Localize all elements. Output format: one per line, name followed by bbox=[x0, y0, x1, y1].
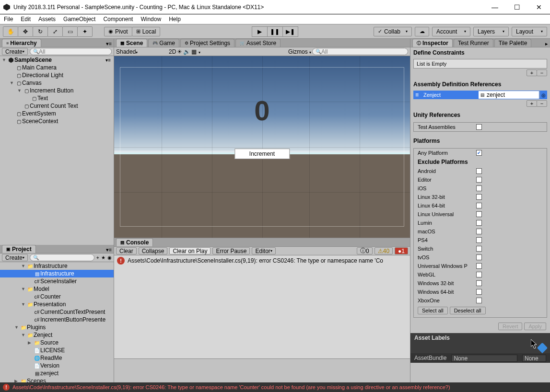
platform-row[interactable]: Lumin bbox=[414, 219, 547, 227]
console-error-pause[interactable]: Error Pause bbox=[212, 247, 250, 254]
tab-asset-store[interactable]: 🛒Asset Store bbox=[235, 39, 281, 47]
rect-tool[interactable]: ▭ bbox=[62, 26, 78, 37]
project-item[interactable]: c#SceneInstaller bbox=[0, 277, 114, 285]
project-options-icon[interactable]: ▾≡ bbox=[106, 247, 112, 253]
menu-help[interactable]: Help bbox=[169, 16, 181, 23]
cloud-button[interactable]: ☁ bbox=[415, 27, 429, 36]
scene-2d-toggle[interactable]: 2D bbox=[169, 48, 176, 55]
platform-check[interactable] bbox=[476, 254, 482, 260]
platform-check[interactable] bbox=[476, 194, 482, 200]
test-assemblies-row[interactable]: Test Assemblies bbox=[414, 123, 547, 131]
account-dropdown[interactable]: Account▾ bbox=[432, 27, 470, 36]
platform-row[interactable]: Windows 32-bit bbox=[414, 279, 547, 288]
project-item[interactable]: c#Counter bbox=[0, 293, 114, 300]
project-item[interactable]: ▼📁Presentation bbox=[0, 300, 114, 308]
project-item[interactable]: c#IncrementButtonPresente bbox=[0, 316, 114, 323]
hierarchy-options-icon[interactable]: ▾≡ bbox=[106, 41, 112, 47]
hierarchy-item[interactable]: ▢Directional Light bbox=[0, 71, 114, 79]
collab-dropdown[interactable]: ✓ Collab▾ bbox=[374, 27, 412, 36]
pivot-toggle[interactable]: ◉ Pivot bbox=[104, 27, 132, 36]
local-toggle[interactable]: ⊞ Local bbox=[132, 27, 161, 36]
asm-ref-picker-icon[interactable]: ◎ bbox=[539, 91, 547, 99]
hand-tool[interactable]: ✋ bbox=[3, 26, 18, 37]
hierarchy-item[interactable]: ▼▢Increment Button bbox=[0, 87, 114, 94]
platform-row[interactable]: PS4 bbox=[414, 236, 547, 244]
platform-check[interactable] bbox=[476, 298, 482, 303]
menu-gameobject[interactable]: GameObject bbox=[63, 16, 95, 23]
constraint-add-button[interactable]: + bbox=[527, 69, 537, 76]
transform-tool[interactable]: ✦ bbox=[77, 26, 93, 37]
asm-ref-field[interactable]: ▤zenject bbox=[479, 91, 539, 99]
platform-check[interactable] bbox=[476, 185, 482, 191]
select-all-button[interactable]: Select all bbox=[418, 307, 448, 314]
platform-row[interactable]: Universal Windows P bbox=[414, 262, 547, 270]
project-item[interactable]: ▤Infrastructure bbox=[0, 270, 114, 277]
platform-row[interactable]: WebGL bbox=[414, 270, 547, 279]
scene-light-icon[interactable]: ☀ bbox=[177, 48, 182, 55]
tab-test-runner[interactable]: Test Runner bbox=[454, 39, 493, 47]
project-item[interactable]: ▼📁Plugins bbox=[0, 323, 114, 331]
console-editor[interactable]: Editor ▾ bbox=[252, 247, 275, 254]
platform-check[interactable] bbox=[476, 229, 482, 234]
tab-project-settings[interactable]: ⚙Project Settings bbox=[180, 39, 234, 47]
platform-check[interactable] bbox=[476, 289, 482, 295]
hierarchy-item[interactable]: ▢EventSystem bbox=[0, 110, 114, 117]
rotate-tool[interactable]: ↻ bbox=[33, 26, 48, 37]
platform-row[interactable]: macOS bbox=[414, 227, 547, 236]
scale-tool[interactable]: ⤢ bbox=[47, 26, 63, 37]
platform-check[interactable] bbox=[476, 168, 482, 174]
tab-tile-palette[interactable]: Tile Palette bbox=[494, 39, 532, 47]
asm-ref-add-button[interactable]: + bbox=[527, 100, 537, 107]
hierarchy-search[interactable]: 🔍All bbox=[30, 48, 112, 55]
platform-row[interactable]: iOS bbox=[414, 184, 547, 193]
platform-row[interactable]: Linux 32-bit bbox=[414, 193, 547, 201]
platform-check[interactable] bbox=[476, 211, 482, 217]
project-item[interactable]: 📄LICENSE bbox=[0, 346, 114, 354]
scene-view[interactable]: 0 Increment bbox=[114, 56, 410, 238]
platform-check[interactable] bbox=[476, 237, 482, 243]
any-platform-row[interactable]: Any Platform ✔ bbox=[414, 149, 547, 157]
hierarchy-item[interactable]: ▢Main Camera bbox=[0, 64, 114, 71]
project-item[interactable]: 🌐ReadMe bbox=[0, 354, 114, 362]
platform-row[interactable]: Linux Universal bbox=[414, 210, 547, 219]
project-filter-icon[interactable]: ⌖ bbox=[96, 255, 99, 261]
minimize-button[interactable]: — bbox=[484, 0, 506, 14]
menu-component[interactable]: Component bbox=[103, 16, 133, 23]
console-clear-on-play[interactable]: Clear on Play bbox=[169, 247, 211, 254]
scene-audio-icon[interactable]: 🔊 bbox=[183, 48, 190, 55]
layers-dropdown[interactable]: Layers▾ bbox=[473, 27, 509, 36]
project-item[interactable]: ▼📁Zenject bbox=[0, 331, 114, 339]
tab-console[interactable]: ▤Console bbox=[116, 238, 153, 246]
menu-file[interactable]: File bbox=[4, 16, 13, 23]
asset-bundle-select[interactable]: None bbox=[451, 355, 517, 362]
console-error-row[interactable]: ! Assets\Code\Infrastructure\SceneInstal… bbox=[114, 255, 410, 266]
platform-row[interactable]: Editor bbox=[414, 175, 547, 184]
hierarchy-item[interactable]: ▼▢Canvas bbox=[0, 79, 114, 87]
tab-inspector[interactable]: ⓘInspector bbox=[412, 39, 453, 47]
test-assemblies-check[interactable] bbox=[476, 124, 482, 130]
platform-check[interactable] bbox=[476, 246, 482, 252]
platform-row[interactable]: Linux 64-bit bbox=[414, 201, 547, 210]
project-fav-icon[interactable]: ★ bbox=[101, 255, 105, 260]
hierarchy-item[interactable]: ▢Current Count Text bbox=[0, 102, 114, 110]
hierarchy-create[interactable]: Create ▾ bbox=[2, 48, 28, 55]
any-platform-check[interactable]: ✔ bbox=[476, 150, 482, 156]
close-button[interactable]: ✕ bbox=[528, 0, 550, 14]
layout-dropdown[interactable]: Layout▾ bbox=[512, 27, 547, 36]
drag-handle-icon[interactable]: ≡ bbox=[413, 92, 421, 98]
project-item[interactable]: ▼📁Infrastructure bbox=[0, 262, 114, 270]
tab-hierarchy[interactable]: ≡Hierarchy bbox=[2, 39, 41, 47]
revert-button[interactable]: Revert bbox=[498, 323, 522, 330]
platform-row[interactable]: tvOS bbox=[414, 253, 547, 262]
pause-button[interactable]: ❚❚ bbox=[267, 26, 283, 37]
platform-row[interactable]: Windows 64-bit bbox=[414, 288, 547, 296]
project-item[interactable]: c#CurrentCountTextPresent bbox=[0, 308, 114, 316]
asm-ref-remove-button[interactable]: − bbox=[537, 100, 547, 107]
scene-menu-icon[interactable]: ▾≡ bbox=[105, 58, 111, 63]
move-tool[interactable]: ✥ bbox=[18, 26, 33, 37]
menu-assets[interactable]: Assets bbox=[38, 16, 56, 23]
label-tag-icon[interactable] bbox=[537, 343, 548, 354]
platform-check[interactable] bbox=[476, 177, 482, 183]
hierarchy-item[interactable]: ▢Text bbox=[0, 94, 114, 102]
console-collapse[interactable]: Collapse bbox=[139, 247, 168, 254]
